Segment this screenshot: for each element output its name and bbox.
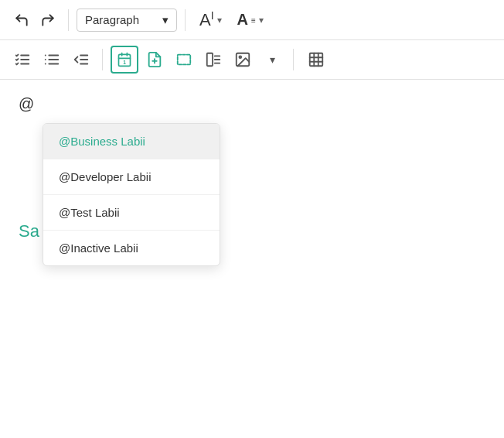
text-layout-button[interactable] (200, 46, 226, 73)
redo-button[interactable] (36, 9, 60, 31)
font-format-label: A (237, 11, 248, 29)
mention-item-developer[interactable]: @Developer Labii (43, 159, 220, 195)
divider4 (293, 49, 294, 70)
toolbar-row1: Paragraph ▾ AI ▾ A ≡ ▾ (0, 0, 504, 40)
divider1 (68, 9, 69, 31)
outdent-button[interactable] (68, 46, 94, 73)
checklist-button[interactable] (9, 46, 36, 73)
paragraph-label: Paragraph (85, 13, 139, 26)
calendar-button[interactable]: 1 (111, 46, 138, 74)
divider3 (102, 49, 103, 70)
list-button[interactable] (39, 46, 65, 73)
mention-dropdown: @Business Labii @Developer Labii @Test L… (43, 123, 220, 266)
history-group (9, 9, 60, 31)
mention-item-inactive[interactable]: @Inactive Labii (43, 231, 220, 265)
paragraph-dropdown[interactable]: Paragraph ▾ (77, 9, 177, 32)
svg-rect-19 (178, 55, 191, 65)
more-button[interactable]: ▾ (259, 46, 285, 73)
table-button[interactable] (301, 45, 331, 74)
image-button[interactable] (230, 46, 256, 73)
font-format-button[interactable]: A ≡ ▾ (231, 8, 270, 32)
toolbar-row2: 1 ▾ (0, 40, 504, 80)
font-size-label: AI (199, 9, 214, 30)
divider2 (185, 9, 186, 31)
file-add-button[interactable] (141, 46, 168, 73)
sa-text: Sa (19, 221, 39, 241)
svg-rect-20 (207, 53, 213, 67)
font-size-chevron: ▾ (217, 15, 222, 26)
dropdown-arrow: ▾ (162, 13, 169, 27)
undo-button[interactable] (9, 9, 34, 31)
text-box-button[interactable] (171, 46, 197, 73)
at-symbol: @ (19, 95, 485, 113)
editor-area: @ @Business Labii @Developer Labii @Test… (0, 80, 504, 257)
format-lines-icon: ≡ (251, 15, 256, 25)
svg-point-25 (239, 56, 241, 59)
mention-item-test[interactable]: @Test Labii (43, 195, 220, 231)
font-size-button[interactable]: AI ▾ (193, 6, 228, 33)
more-chevron: ▾ (270, 53, 275, 66)
svg-text:1: 1 (123, 60, 126, 65)
svg-rect-26 (310, 53, 323, 67)
font-format-chevron: ▾ (259, 15, 264, 26)
mention-item-business[interactable]: @Business Labii (43, 124, 220, 159)
